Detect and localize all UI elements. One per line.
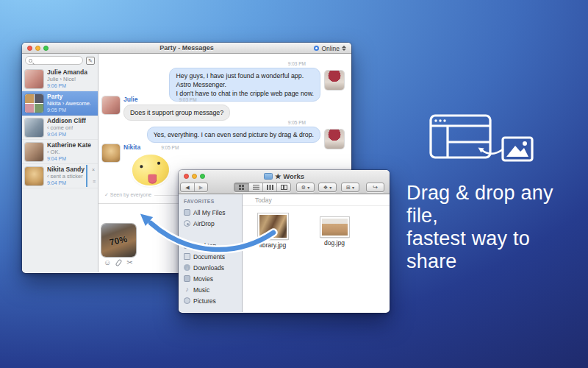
conversation-time: 9:04 PM [47, 180, 85, 186]
desktop-background: Party - Messages Online ✎ Julie Aman [0, 0, 588, 368]
conversation-item-addison-cliff[interactable]: Addison Cliff ‹ come on! 9:04 PM [22, 116, 98, 140]
conversation-item-party[interactable]: Party Nikita › Awesome. 9:05 PM [22, 91, 98, 116]
nav-buttons: ◀ ▶ [180, 183, 208, 192]
list-view-button[interactable] [248, 183, 262, 191]
dropbox-icon: ❖ [323, 185, 328, 191]
arrange-menu-button[interactable]: ⊞ ▾ [341, 183, 359, 192]
sidebar-item-music[interactable]: ♪ Music [179, 284, 242, 295]
avatar [25, 167, 43, 185]
online-status-selector[interactable]: Online [314, 43, 346, 54]
message-incoming-julie: Julie 9:03 PM Does it support group mess… [102, 96, 230, 121]
promo-panel: Drag & drop any file, fastest way to sha… [401, 110, 584, 273]
folder-icon [264, 173, 273, 180]
message-incoming-nikita: Nikita 9:05 PM [102, 144, 179, 185]
airdrop-icon [184, 220, 190, 227]
message-time: 9:03 PM [179, 97, 196, 102]
zoom-button[interactable] [43, 46, 49, 51]
online-status-icon [314, 46, 319, 51]
avatar [25, 143, 43, 161]
seen-label: ✓ Seen by everyone [104, 192, 151, 198]
message-bubble: Yes, everything. I can even send picture… [147, 127, 320, 143]
finder-window: ★ Works ◀ ▶ ⚙ ▾ ❖ [179, 170, 390, 313]
avatar [102, 144, 120, 162]
list-handle-icon[interactable]: ≡ [93, 179, 96, 184]
back-button[interactable]: ◀ [181, 183, 194, 191]
image-thumbnail [320, 217, 349, 237]
sidebar-item-desktop[interactable]: Desktop [179, 240, 242, 251]
compose-button[interactable]: ✎ [86, 57, 95, 65]
conversation-name: Julie Amanda [47, 68, 87, 76]
upload-progress: 70% [109, 233, 128, 247]
conversation-name: Addison Cliff [47, 117, 86, 124]
column-view-button[interactable] [262, 183, 276, 191]
minimize-button[interactable] [35, 46, 40, 51]
conversation-item-nikita-sandy[interactable]: Nikita Sandy ‹ sent a sticker 9:04 PM × … [22, 164, 98, 188]
downloads-icon: ↓ [184, 264, 190, 271]
upload-thumbnail: 70% [101, 224, 136, 257]
scissors-button[interactable]: ✂ [126, 259, 132, 266]
share-button[interactable]: ↪ [366, 183, 384, 192]
dropbox-menu-button[interactable]: ❖ ▾ [318, 183, 337, 192]
tongue-out-sticker [131, 153, 171, 188]
conversation-name: Party [47, 93, 91, 100]
drag-highlight-bar [86, 165, 87, 187]
conversation-preview: ‹ sent a sticker [47, 173, 85, 180]
forward-button[interactable]: ▶ [194, 183, 207, 191]
avatar [25, 94, 43, 113]
view-mode-control [234, 183, 291, 192]
traffic-lights [27, 46, 49, 51]
favorites-header: FAVORITES [184, 199, 242, 204]
finder-window-title: ★ Works [179, 172, 390, 180]
documents-icon [184, 253, 190, 260]
avatar [25, 70, 43, 88]
emoji-button[interactable]: ☺ [104, 259, 111, 266]
close-button[interactable] [27, 46, 32, 51]
search-icon [29, 59, 32, 63]
avatar [25, 118, 43, 137]
online-status-label: Online [321, 45, 340, 52]
sidebar-item-documents[interactable]: Documents [179, 251, 242, 262]
conversation-name: Katherine Kate [47, 141, 91, 149]
sender-name: Nikita [123, 144, 140, 151]
finder-titlebar[interactable]: ★ Works ◀ ▶ ⚙ ▾ ❖ [179, 170, 390, 194]
file-name: library.jpg [259, 241, 286, 249]
music-note-icon: ♪ [184, 286, 190, 293]
messages-titlebar[interactable]: Party - Messages Online [22, 43, 351, 54]
sidebar-item-airdrop[interactable]: AirDrop [179, 218, 242, 229]
message-bubble: Does it support group message? [123, 105, 230, 121]
conversation-preview: Nikita › Awesome. [47, 100, 91, 107]
conversation-time: 9:04 PM [47, 155, 91, 162]
conversation-preview: Julie › Nice! [47, 76, 87, 82]
file-library-jpg[interactable]: library.jpg [256, 213, 290, 249]
conversation-preview: ‹ come on! [47, 124, 86, 131]
search-input[interactable] [25, 56, 83, 65]
status-dropdown-arrows-icon [342, 46, 346, 51]
close-conversation-icon[interactable]: × [92, 167, 95, 172]
attach-button[interactable] [115, 259, 123, 267]
sidebar-item-all-my-files[interactable]: All My Files [179, 207, 242, 218]
arrange-grid-icon: ⊞ [346, 185, 351, 191]
icon-view-button[interactable] [234, 183, 248, 191]
conversation-preview: ‹ OK. [47, 149, 91, 155]
message-time: 9:05 PM [161, 145, 179, 150]
window-title: Party - Messages [22, 44, 351, 52]
sidebar-item-movies[interactable]: Movies [179, 273, 242, 284]
sidebar-item-pictures[interactable]: Pictures [179, 295, 242, 306]
finder-sidebar: FAVORITES All My Files AirDrop Desktop D… [179, 194, 243, 312]
conversation-item-katherine-kate[interactable]: Katherine Kate ‹ OK. 9:04 PM [22, 140, 98, 164]
action-menu-button[interactable]: ⚙ ▾ [296, 183, 315, 192]
gear-icon: ⚙ [301, 185, 306, 191]
file-dog-jpg[interactable]: dog.jpg [318, 217, 351, 247]
sidebar-item-downloads[interactable]: ↓ Downloads [179, 262, 242, 273]
coverflow-view-button[interactable] [276, 183, 290, 191]
pictures-icon [184, 297, 190, 304]
drag-drop-illustration-icon [425, 110, 542, 166]
avatar [325, 130, 344, 149]
chevron-down-icon: ▾ [352, 185, 354, 190]
conversation-time: 9:05 PM [47, 107, 91, 113]
chevron-down-icon: ▾ [307, 185, 309, 190]
all-my-files-icon [184, 209, 190, 216]
conversation-item-julie-amanda[interactable]: Julie Amanda Julie › Nice! 9:06 PM [22, 67, 98, 91]
avatar [102, 96, 120, 114]
conversation-sidebar: ✎ Julie Amanda Julie › Nice! 9:06 PM [22, 54, 98, 272]
